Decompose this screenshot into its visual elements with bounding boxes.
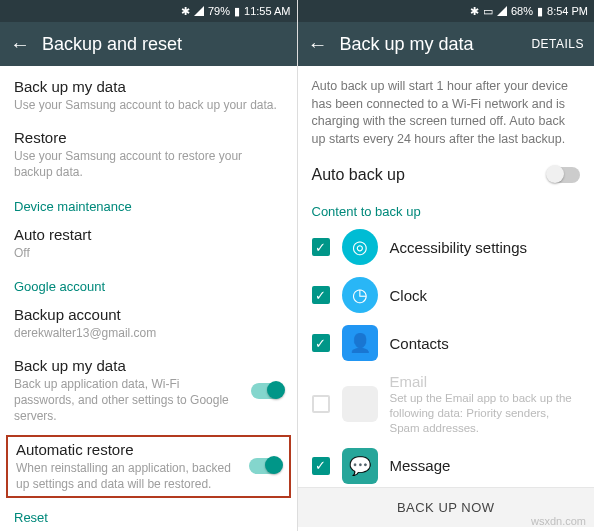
app-icon: 👤 (342, 325, 378, 361)
status-bar: ✱ ▭ 68% ▮ 8:54 PM (298, 0, 595, 22)
toggle-auto-backup[interactable] (548, 167, 580, 183)
item-sub: Use your Samsung account to back up your… (14, 97, 283, 113)
highlight-automatic-restore: Automatic restore When reinstalling an a… (6, 435, 291, 498)
details-button[interactable]: DETAILS (531, 37, 584, 51)
checkbox[interactable]: ✓ (312, 334, 330, 352)
section-device-maintenance: Device maintenance (0, 189, 297, 218)
checkbox[interactable]: ✓ (312, 238, 330, 256)
auto-backup-row[interactable]: Auto back up (298, 156, 595, 194)
toggle-google-backup[interactable] (251, 383, 283, 399)
list-item[interactable]: EmailSet up the Email app to back up the… (298, 367, 595, 442)
item-title: Restore (14, 129, 283, 146)
item-title: Auto restart (14, 226, 283, 243)
phone-left: ✱ 79% ▮ 11:55 AM ← Backup and reset Back… (0, 0, 298, 531)
app-icon: 💬 (342, 448, 378, 484)
battery-text: 79% (208, 5, 230, 17)
checkbox[interactable]: ✓ (312, 286, 330, 304)
content-left: Back up my data Use your Samsung account… (0, 66, 297, 531)
phone-right: ✱ ▭ 68% ▮ 8:54 PM ← Back up my data DETA… (298, 0, 595, 531)
back-icon[interactable]: ← (308, 34, 328, 54)
list-item[interactable]: ✓◎Accessibility settings (298, 223, 595, 271)
item-sub: derekwalter13@gmail.com (14, 325, 283, 341)
bluetooth-icon: ✱ (181, 5, 190, 18)
item-sub: When reinstalling an application, backed… (16, 460, 241, 492)
checkbox[interactable] (312, 395, 330, 413)
item-title: Back up my data (14, 78, 283, 95)
page-title: Backup and reset (42, 34, 287, 55)
item-label: Contacts (390, 335, 581, 352)
page-title: Back up my data (340, 34, 520, 55)
item-label: Clock (390, 287, 581, 304)
section-content-to-back-up: Content to back up (298, 194, 595, 223)
app-icon (342, 386, 378, 422)
battery-text: 68% (511, 5, 533, 17)
section-google-account: Google account (0, 269, 297, 298)
auto-backup-info: Auto back up will start 1 hour after you… (298, 70, 595, 156)
item-label: Accessibility settings (390, 239, 581, 256)
backup-list: ✓◎Accessibility settings✓◷Clock✓👤Contact… (298, 223, 595, 487)
bluetooth-icon: ✱ (470, 5, 479, 18)
list-item[interactable]: ✓◷Clock (298, 271, 595, 319)
app-icon: ◎ (342, 229, 378, 265)
item-sub: Back up application data, Wi-Fi password… (14, 376, 243, 425)
item-title: Automatic restore (16, 441, 241, 458)
checkbox[interactable]: ✓ (312, 457, 330, 475)
item-label: Message (390, 457, 581, 474)
item-auto-restart[interactable]: Auto restart Off (0, 218, 297, 269)
item-sub: Use your Samsung account to restore your… (14, 148, 283, 180)
vibrate-icon: ▭ (483, 5, 493, 18)
item-backup-my-data[interactable]: Back up my data Use your Samsung account… (0, 70, 297, 121)
item-google-backup[interactable]: Back up my data Back up application data… (0, 349, 297, 433)
item-title: Backup account (14, 306, 283, 323)
app-icon: ◷ (342, 277, 378, 313)
app-header: ← Backup and reset (0, 22, 297, 66)
section-reset: Reset (0, 500, 297, 529)
app-header: ← Back up my data DETAILS (298, 22, 595, 66)
list-item[interactable]: ✓💬Message (298, 442, 595, 487)
status-bar: ✱ 79% ▮ 11:55 AM (0, 0, 297, 22)
clock-text: 11:55 AM (244, 5, 290, 17)
back-icon[interactable]: ← (10, 34, 30, 54)
item-sub: Off (14, 245, 283, 261)
signal-icon (194, 6, 204, 16)
signal-icon (497, 6, 507, 16)
item-backup-account[interactable]: Backup account derekwalter13@gmail.com (0, 298, 297, 349)
list-item[interactable]: ✓👤Contacts (298, 319, 595, 367)
clock-text: 8:54 PM (547, 5, 588, 17)
watermark: wsxdn.com (531, 515, 586, 527)
content-right: Auto back up will start 1 hour after you… (298, 66, 595, 531)
toggle-automatic-restore[interactable] (249, 458, 281, 474)
item-restore[interactable]: Restore Use your Samsung account to rest… (0, 121, 297, 188)
battery-icon: ▮ (537, 5, 543, 18)
item-label: Email (390, 373, 581, 390)
auto-backup-label: Auto back up (312, 166, 405, 184)
item-sub: Set up the Email app to back up the foll… (390, 391, 581, 436)
battery-icon: ▮ (234, 5, 240, 18)
item-title: Back up my data (14, 357, 243, 374)
